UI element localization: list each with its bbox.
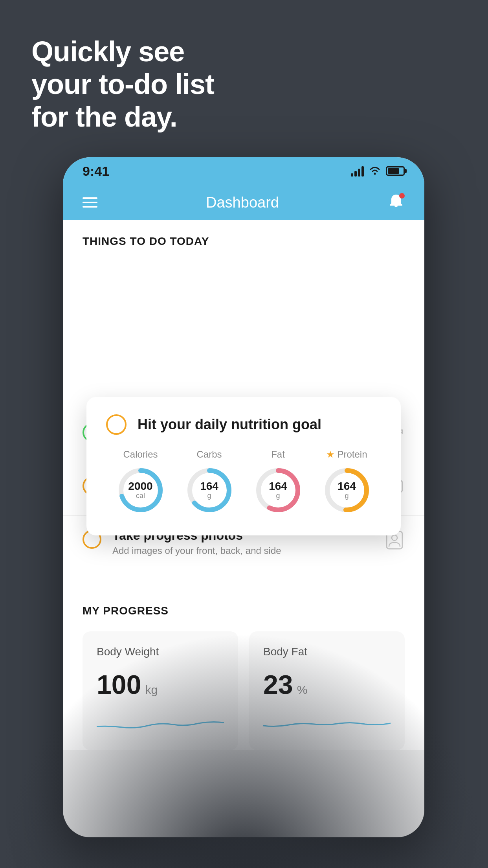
body-weight-chart: [97, 711, 224, 734]
fat-unit: g: [276, 492, 280, 500]
app-header: Dashboard: [63, 185, 424, 220]
calories-chart: 2000 cal: [115, 465, 166, 516]
fat-chart: 164 g: [253, 465, 304, 516]
calories-label: Calories: [123, 449, 158, 460]
things-section-title: THINGS TO DO TODAY: [83, 235, 209, 247]
status-time: 9:41: [83, 164, 109, 179]
notification-button[interactable]: [387, 193, 405, 212]
calories-value: 2000: [128, 481, 152, 492]
body-weight-value: 100: [97, 669, 141, 700]
progress-section: MY PROGRESS Body Weight 100 kg Body Fat: [63, 585, 424, 750]
svg-point-11: [392, 535, 397, 541]
carbs-value: 164: [200, 481, 218, 492]
battery-icon: [386, 166, 405, 176]
body-weight-title: Body Weight: [97, 645, 224, 658]
progress-cards: Body Weight 100 kg Body Fat 23 %: [83, 631, 405, 750]
nutrition-metrics: Calories 2000 cal Carbs: [106, 449, 381, 516]
carbs-label: Carbs: [196, 449, 222, 460]
nutrition-card-header: Hit your daily nutrition goal: [106, 414, 381, 435]
svg-point-0: [374, 173, 376, 175]
phone-frame: 9:41: [63, 157, 424, 837]
metric-fat: Fat 164 g: [253, 449, 304, 516]
carbs-unit: g: [207, 492, 211, 500]
body-fat-value-row: 23 %: [263, 669, 391, 700]
progress-title: MY PROGRESS: [83, 605, 405, 617]
progress-photos-desc: Add images of your front, back, and side: [112, 545, 373, 556]
status-bar: 9:41: [63, 157, 424, 185]
body-weight-value-row: 100 kg: [97, 669, 224, 700]
wifi-icon: [369, 166, 381, 176]
fat-value: 164: [269, 481, 287, 492]
nutrition-checkbox[interactable]: [106, 414, 127, 435]
protein-value: 164: [338, 481, 356, 492]
header-title: Dashboard: [206, 194, 279, 211]
fat-label: Fat: [271, 449, 285, 460]
things-to-do-header: THINGS TO DO TODAY: [63, 220, 424, 256]
headline: Quickly see your to-do list for the day.: [31, 35, 214, 133]
protein-label: ★ Protein: [326, 449, 367, 460]
metric-protein: ★ Protein 164 g: [321, 449, 372, 516]
protein-chart: 164 g: [321, 465, 372, 516]
menu-button[interactable]: [83, 197, 97, 208]
star-icon: ★: [326, 449, 335, 460]
carbs-chart: 164 g: [184, 465, 235, 516]
body-weight-card[interactable]: Body Weight 100 kg: [83, 631, 238, 750]
body-weight-unit: kg: [145, 683, 158, 697]
body-fat-chart: [263, 711, 391, 734]
signal-icon: [351, 166, 364, 177]
body-fat-title: Body Fat: [263, 645, 391, 658]
body-fat-unit: %: [297, 683, 308, 697]
body-fat-value: 23: [263, 669, 293, 700]
protein-unit: g: [345, 492, 349, 500]
notification-badge: [399, 193, 405, 199]
status-icons: [351, 166, 405, 177]
calories-unit: cal: [136, 492, 145, 500]
nutrition-card[interactable]: Hit your daily nutrition goal Calories 2…: [86, 397, 401, 535]
metric-calories: Calories 2000 cal: [115, 449, 166, 516]
metric-carbs: Carbs 164 g: [184, 449, 235, 516]
nutrition-card-title: Hit your daily nutrition goal: [138, 416, 321, 433]
app-body: THINGS TO DO TODAY Hit your daily nutrit…: [63, 220, 424, 750]
body-fat-card[interactable]: Body Fat 23 %: [249, 631, 405, 750]
